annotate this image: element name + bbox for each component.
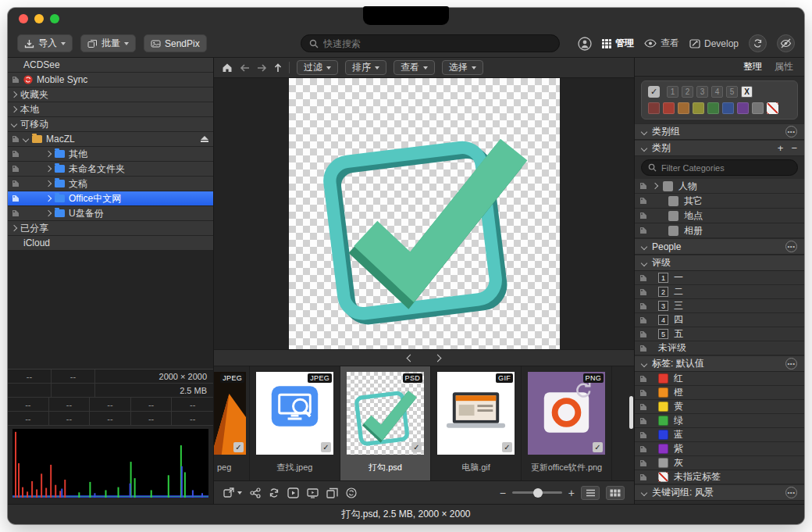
- chevron-down-icon[interactable]: [11, 121, 17, 127]
- view-dropdown[interactable]: 查看: [394, 60, 435, 75]
- eject-icon[interactable]: [201, 136, 208, 142]
- remove-category-button[interactable]: −: [791, 142, 797, 154]
- tree-item-maczl[interactable]: MacZL: [8, 132, 213, 147]
- chevron-down-icon[interactable]: [641, 128, 647, 134]
- batch-button[interactable]: 批量: [80, 34, 136, 52]
- rating-2-button[interactable]: 2: [682, 86, 693, 98]
- color-swatch[interactable]: [648, 102, 660, 114]
- chevron-right-icon[interactable]: [11, 225, 17, 231]
- zoom-out-button[interactable]: −: [500, 487, 506, 498]
- rating-5-button[interactable]: 5: [726, 86, 738, 98]
- rating-row-4[interactable]: 4 四: [635, 313, 804, 327]
- tree-item-mobile-sync[interactable]: Mobile Sync: [8, 73, 213, 87]
- rating-row-2[interactable]: 2 二: [635, 285, 804, 299]
- thumbnail[interactable]: JPEG ✓ 查找.jpeg: [250, 366, 340, 480]
- rating-row-3[interactable]: 3 三: [635, 299, 804, 313]
- sendpix-button[interactable]: SendPix: [144, 34, 207, 52]
- thumbnail-checkbox[interactable]: ✓: [502, 442, 512, 452]
- chevron-down-icon[interactable]: [23, 136, 29, 142]
- more-options-icon[interactable]: •••: [785, 126, 797, 137]
- section-people[interactable]: People •••: [635, 238, 804, 255]
- tree-item-other[interactable]: 其他: [8, 147, 213, 162]
- tree-item-local[interactable]: 本地: [8, 102, 213, 117]
- thumbnail-checkbox[interactable]: ✓: [321, 442, 331, 452]
- slideshow-button[interactable]: [307, 487, 319, 498]
- home-button[interactable]: [222, 62, 233, 73]
- tree-item-favorites[interactable]: 收藏夹: [8, 87, 213, 102]
- close-button[interactable]: [19, 14, 28, 23]
- refresh-button[interactable]: [346, 487, 357, 498]
- category-albums[interactable]: 相册: [635, 223, 804, 238]
- play-button[interactable]: [287, 487, 299, 498]
- color-swatch[interactable]: [752, 102, 764, 114]
- chevron-right-icon[interactable]: [11, 106, 17, 112]
- color-swatch[interactable]: [678, 102, 689, 114]
- thumbnails-view-button[interactable]: [606, 486, 625, 500]
- label-row-yellow[interactable]: 黄: [635, 400, 804, 414]
- share-button[interactable]: [250, 487, 261, 498]
- previous-image-button[interactable]: [407, 354, 415, 362]
- chevron-down-icon[interactable]: [641, 360, 647, 366]
- no-label-swatch[interactable]: [767, 102, 778, 114]
- chevron-right-icon[interactable]: [45, 210, 52, 216]
- rating-4-button[interactable]: 4: [711, 86, 723, 98]
- open-with-button[interactable]: [223, 487, 242, 498]
- label-row-green[interactable]: 绿: [635, 414, 804, 428]
- up-button[interactable]: [274, 63, 282, 73]
- rating-row-unrated[interactable]: 未评级: [635, 341, 804, 355]
- chevron-right-icon[interactable]: [652, 183, 658, 189]
- rating-row-1[interactable]: 1 一: [635, 271, 804, 285]
- tree-item-shared[interactable]: 已分享: [8, 221, 213, 236]
- forward-button[interactable]: [257, 64, 267, 72]
- category-checkbox[interactable]: [668, 226, 678, 236]
- category-places[interactable]: 地点: [635, 209, 804, 223]
- thumbnail[interactable]: PNG ✓ 更新office软件.png: [522, 366, 612, 480]
- label-row-gray[interactable]: 灰: [635, 456, 804, 470]
- more-options-icon[interactable]: •••: [785, 358, 797, 370]
- rating-3-button[interactable]: 3: [696, 86, 708, 98]
- rating-clear-button[interactable]: X: [741, 86, 753, 98]
- zoom-in-button[interactable]: +: [568, 487, 575, 498]
- account-icon[interactable]: [578, 37, 592, 51]
- color-swatch[interactable]: [663, 102, 675, 114]
- label-row-none[interactable]: 未指定标签: [635, 470, 804, 484]
- category-checkbox[interactable]: [668, 211, 678, 221]
- tagged-checkbox[interactable]: ✓: [648, 86, 660, 98]
- filter-dropdown[interactable]: 过滤: [297, 60, 338, 75]
- filter-categories-search[interactable]: [641, 159, 798, 176]
- sync-button[interactable]: [269, 487, 280, 498]
- preview-area[interactable]: [214, 78, 634, 349]
- list-view-button[interactable]: [581, 486, 600, 500]
- zoom-slider[interactable]: [512, 491, 562, 494]
- color-swatch[interactable]: [707, 102, 719, 114]
- mode-view[interactable]: 查看: [644, 37, 679, 50]
- label-row-purple[interactable]: 紫: [635, 442, 804, 456]
- acdsee-365-button[interactable]: [749, 34, 767, 52]
- minimize-button[interactable]: [34, 14, 44, 23]
- zoom-button[interactable]: [50, 14, 59, 23]
- thumbnail[interactable]: GIF ✓ 电脑.gif: [431, 366, 522, 480]
- chevron-right-icon[interactable]: [45, 166, 52, 172]
- scrollbar-thumb[interactable]: [629, 396, 633, 429]
- tab-properties[interactable]: 属性: [775, 60, 793, 73]
- thumbnail-selected[interactable]: PSD ✓ 打勾.psd: [340, 366, 431, 480]
- back-button[interactable]: [240, 64, 250, 72]
- color-swatch[interactable]: [693, 102, 704, 114]
- tree-item-usb-backup[interactable]: U盘备份: [8, 206, 213, 221]
- chevron-right-icon[interactable]: [45, 151, 52, 157]
- rating-row-5[interactable]: 5 五: [635, 327, 804, 341]
- color-swatch[interactable]: [722, 102, 734, 114]
- chevron-right-icon[interactable]: [45, 180, 52, 187]
- tree-item-office-selected[interactable]: Office中文网: [8, 191, 213, 206]
- more-options-icon[interactable]: •••: [785, 241, 797, 252]
- mode-manage[interactable]: 管理: [602, 37, 634, 50]
- label-row-blue[interactable]: 蓝: [635, 428, 804, 442]
- zoom-slider-thumb[interactable]: [533, 488, 543, 498]
- category-checkbox[interactable]: [663, 181, 673, 191]
- label-row-orange[interactable]: 橙: [635, 386, 804, 400]
- chevron-down-icon[interactable]: [641, 489, 647, 495]
- tree-item-documents[interactable]: 文稿: [8, 177, 213, 191]
- chevron-right-icon[interactable]: [45, 195, 52, 202]
- category-checkbox[interactable]: [668, 196, 678, 206]
- quick-search[interactable]: [301, 34, 560, 52]
